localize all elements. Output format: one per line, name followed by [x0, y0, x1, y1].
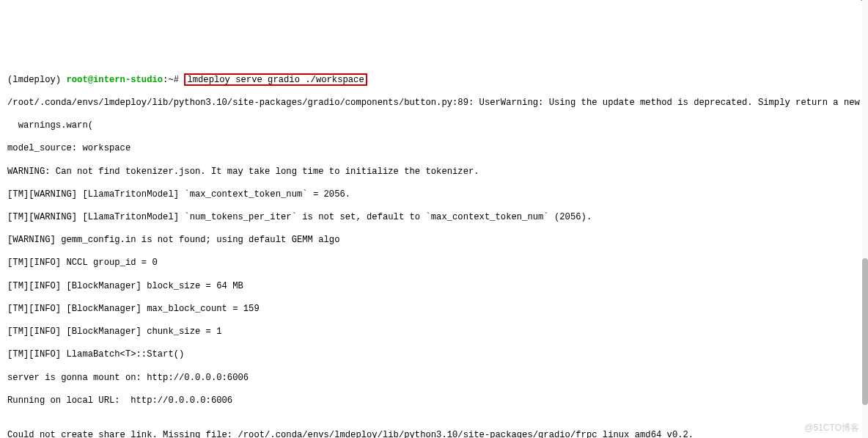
output-line: /root/.conda/envs/lmdeploy/lib/python3.1… — [7, 98, 861, 109]
user-host: root@intern-studio — [66, 75, 163, 85]
command-highlight: lmdeploy serve gradio ./workspace — [184, 73, 367, 86]
output-line: model_source: workspace — [7, 143, 861, 155]
watermark: @51CTO博客 — [804, 423, 859, 434]
output-line: warnings.warn( — [7, 120, 861, 132]
conda-env: (lmdeploy) — [7, 75, 66, 85]
output-line: Running on local URL: http://0.0.0.0:600… — [7, 395, 861, 407]
output-line: server is gonna mount on: http://0.0.0.0… — [7, 373, 861, 384]
output-line: [TM][INFO] [BlockManager] max_block_coun… — [7, 304, 861, 315]
scrollbar-track[interactable] — [862, 0, 868, 438]
output-line: [TM][INFO] LlamaBatch<T>::Start() — [7, 349, 861, 361]
output-line: WARNING: Can not find tokenizer.json. It… — [7, 167, 861, 178]
output-line: Could not create share link. Missing fil… — [7, 430, 861, 438]
output-line: [WARNING] gemm_config.in is not found; u… — [7, 235, 861, 247]
scrollbar-thumb[interactable] — [862, 258, 868, 405]
prompt-path: :~# — [163, 75, 184, 85]
output-line: [TM][INFO] [BlockManager] block_size = 6… — [7, 281, 861, 293]
output-line: [TM][INFO] [BlockManager] chunk_size = 1 — [7, 326, 861, 338]
output-line: [TM][WARNING] [LlamaTritonModel] `max_co… — [7, 189, 861, 201]
prompt-line[interactable]: (lmdeploy) root@intern-studio:~# lmdeplo… — [7, 75, 861, 87]
output-line: [TM][WARNING] [LlamaTritonModel] `num_to… — [7, 212, 861, 224]
output-line: [TM][INFO] NCCL group_id = 0 — [7, 258, 861, 269]
